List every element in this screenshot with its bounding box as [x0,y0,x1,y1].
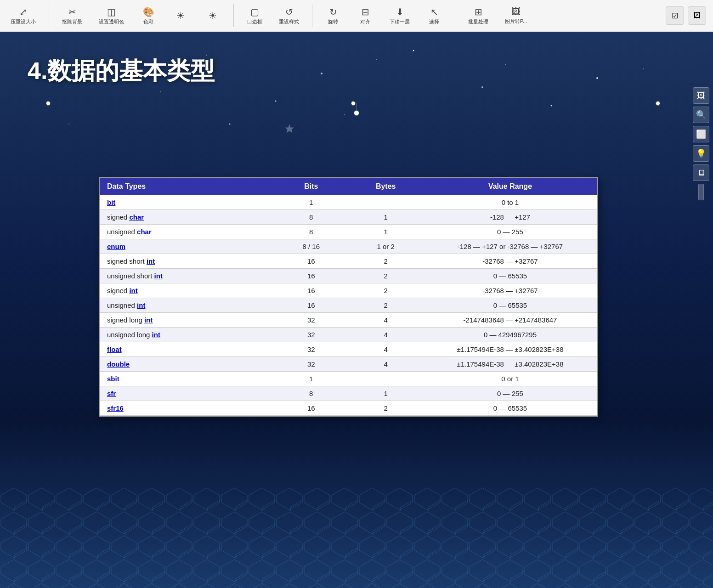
type-link[interactable]: char [137,228,152,236]
border-button[interactable]: ▢ 口边框 [243,5,266,27]
type-link[interactable]: enum [107,243,125,250]
sidebar-icon-display[interactable]: 🖥 [693,164,709,181]
range-cell: -32768 — +32767 [423,254,597,269]
bytes-cell: 1 [348,225,423,239]
type-link[interactable]: sbit [107,375,119,383]
handle-bottom-left[interactable] [46,101,51,106]
rotate-handle[interactable] [354,103,359,116]
image-icon: 🖼 [693,11,701,20]
table-body: bit 1 0 to 1 signed char 8 1 -128 — +127 [100,195,597,416]
table-row: unsigned int 16 2 0 — 65535 [100,298,597,313]
handle-bottom-center[interactable] [351,101,356,106]
bytes-cell: 4 [348,357,423,372]
color-icon: 🎨 [143,6,154,17]
align-icon: ⊟ [362,6,369,17]
type-link[interactable]: int [147,257,155,265]
data-types-table: Data Types Bits Bytes Value Range [99,177,598,417]
type-link[interactable]: int [152,331,160,339]
color-button[interactable]: 🎨 色彩 [137,5,160,27]
type-link[interactable]: int [154,272,163,280]
svg-point-14 [643,68,644,69]
table-row: unsigned char 8 1 0 — 255 [100,225,597,239]
img-convert-icon: 🖼 [511,6,521,17]
header-data-types: Data Types [100,178,274,195]
table-header-row: Data Types Bits Bytes Value Range [100,178,597,195]
handle-bottom-right[interactable] [656,101,660,106]
top-right-icon-1[interactable]: ☑ [666,6,684,25]
sidebar-icon-drag[interactable] [698,184,704,200]
border-icon: ▢ [250,6,259,17]
remove-bg-label: 抠除背景 [62,18,82,25]
resize-button[interactable]: ⤢ 压重设大小 [7,5,40,27]
bits-cell: 1 [274,372,348,386]
top-right-icon-2[interactable]: 🖼 [688,6,706,25]
bits-cell: 1 [274,195,348,210]
svg-rect-18 [0,487,713,588]
type-link[interactable]: sfr16 [107,404,124,412]
right-sidebar: 🖼 🔍 ⬜ 💡 🖥 [693,87,709,200]
remove-bg-icon: ✂ [68,6,76,17]
type-link[interactable]: char [129,213,144,221]
sidebar-icon-frame[interactable]: ⬜ [693,126,709,142]
batch-process-button[interactable]: ⊞ 批量处理 [464,5,492,27]
bytes-cell: 2 [348,283,423,298]
type-link[interactable]: sfr [107,390,116,397]
bytes-cell: 2 [348,269,423,283]
bytes-cell: 1 [348,386,423,401]
type-link[interactable]: float [107,345,122,353]
sidebar-icon-light[interactable]: 💡 [693,145,709,162]
img-convert-button[interactable]: 🖼 图片转P... [501,5,531,27]
svg-point-6 [160,91,161,92]
svg-point-7 [275,101,277,102]
table-row: bit 1 0 to 1 [100,195,597,210]
contrast-button[interactable]: ☀ [201,8,224,23]
toolbar-separator-2 [233,4,234,27]
contrast-icon: ☀ [209,10,217,21]
select-button[interactable]: ↖ 选择 [423,5,446,27]
range-cell: -32768 — +32767 [423,283,597,298]
align-button[interactable]: ⊟ 对齐 [354,5,377,27]
bits-cell: 16 [274,401,348,416]
type-cell: unsigned short int [100,269,274,283]
header-range: Value Range [423,178,597,195]
range-cell: 0 — 255 [423,225,597,239]
table-row: enum 8 / 16 1 or 2 -128 — +127 or -32768… [100,239,597,254]
table-row: float 32 4 ±1.175494E-38 — ±3.402823E+38 [100,342,597,357]
table-row: unsigned short int 16 2 0 — 65535 [100,269,597,283]
type-link[interactable]: bit [107,198,115,206]
range-cell: -2147483648 — +2147483647 [423,313,597,328]
svg-point-8 [376,59,377,60]
reset-style-button[interactable]: ↺ 重设样式 [275,5,303,27]
set-transparent-button[interactable]: ◫ 设置透明色 [95,5,128,27]
range-cell: 0 or 1 [423,372,597,386]
range-cell: ±1.175494E-38 — ±3.402823E+38 [423,357,597,372]
svg-point-4 [505,64,506,65]
bytes-cell: 1 [348,210,423,225]
type-link[interactable]: double [107,360,130,368]
type-link[interactable]: int [144,316,153,324]
type-cell: signed short int [100,254,274,269]
remove-bg-button[interactable]: ✂ 抠除背景 [58,5,86,27]
type-link[interactable]: int [137,301,145,309]
type-cell: double [100,357,274,372]
table-row: sfr16 16 2 0 — 65535 [100,401,597,416]
type-cell: sfr16 [100,401,274,416]
checkbox-icon: ☑ [672,11,678,20]
rotate-button[interactable]: ↻ 旋转 [322,5,345,27]
type-link[interactable]: int [129,287,137,294]
svg-point-11 [229,124,231,125]
batch-icon: ⊞ [475,6,482,17]
select-label: 选择 [429,18,439,25]
bits-cell: 16 [274,298,348,313]
color-label: 色彩 [143,18,153,25]
type-cell: unsigned char [100,225,274,239]
sidebar-icon-zoom[interactable]: 🔍 [693,107,709,123]
type-cell: float [100,342,274,357]
move-down-button[interactable]: ⬇ 下移一层 [386,5,413,27]
svg-point-12 [344,114,345,115]
brightness-button[interactable]: ☀ [169,8,192,23]
type-cell: signed char [100,210,274,225]
svg-point-2 [321,73,323,74]
rotate-label: 旋转 [328,18,338,25]
sidebar-icon-image[interactable]: 🖼 [693,87,709,104]
